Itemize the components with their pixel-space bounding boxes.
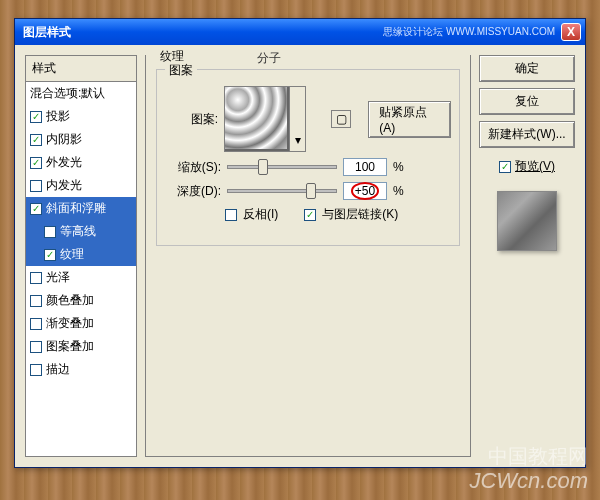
close-button[interactable]: X — [561, 23, 581, 41]
close-icon: X — [567, 25, 575, 39]
options-panel: 纹理 图案 分子 图案: ▾ ▢ 贴紧原点(A) 缩放(S): — [145, 55, 471, 457]
sidebar-item-label: 内发光 — [46, 177, 82, 194]
sidebar-item-label: 图案叠加 — [46, 338, 94, 355]
new-style-button[interactable]: 新建样式(W)... — [479, 121, 575, 148]
sidebar-checkbox[interactable] — [30, 180, 42, 192]
sidebar-item[interactable]: 颜色叠加 — [26, 289, 136, 312]
snap-origin-button[interactable]: 贴紧原点(A) — [368, 101, 451, 138]
sidebar-item-label: 内阴影 — [46, 131, 82, 148]
ok-button[interactable]: 确定 — [479, 55, 575, 82]
sidebar-item-label: 光泽 — [46, 269, 70, 286]
watermark-cn: 中国教程网 — [488, 443, 588, 470]
invert-checkbox[interactable] — [225, 209, 237, 221]
sidebar-checkbox[interactable] — [30, 134, 42, 146]
depth-label: 深度(D): — [165, 183, 221, 200]
new-preset-button[interactable]: ▢ — [331, 110, 350, 128]
pattern-dropdown[interactable]: ▾ — [290, 86, 306, 152]
pattern-label: 图案: — [165, 111, 218, 128]
sidebar-header: 样式 — [26, 56, 136, 82]
sidebar-item[interactable]: 光泽 — [26, 266, 136, 289]
sidebar-checkbox[interactable] — [44, 249, 56, 261]
sidebar-item[interactable]: 图案叠加 — [26, 335, 136, 358]
window-title: 图层样式 — [23, 24, 71, 41]
scale-input[interactable]: 100 — [343, 158, 387, 176]
invert-label: 反相(I) — [243, 206, 278, 223]
watermark-en: JCWcn.com — [469, 468, 588, 494]
sidebar-item-label: 等高线 — [60, 223, 96, 240]
sidebar-item-label: 混合选项:默认 — [30, 85, 105, 102]
sidebar-item-label: 投影 — [46, 108, 70, 125]
scale-slider[interactable] — [227, 165, 337, 169]
depth-input[interactable]: +50 — [343, 182, 387, 200]
styles-sidebar: 样式 混合选项:默认投影内阴影外发光内发光斜面和浮雕等高线纹理光泽颜色叠加渐变叠… — [25, 55, 137, 457]
sidebar-item[interactable]: 纹理 — [26, 243, 136, 266]
highlight-ellipse: +50 — [351, 182, 379, 200]
sidebar-item[interactable]: 描边 — [26, 358, 136, 381]
sidebar-item[interactable]: 投影 — [26, 105, 136, 128]
layer-style-dialog: 图层样式 思缘设计论坛 WWW.MISSYUAN.COM X 样式 混合选项:默… — [14, 18, 586, 468]
sidebar-checkbox[interactable] — [30, 364, 42, 376]
sidebar-item[interactable]: 混合选项:默认 — [26, 82, 136, 105]
right-column: 确定 复位 新建样式(W)... 预览(V) — [479, 55, 575, 457]
sidebar-checkbox[interactable] — [30, 203, 42, 215]
titlebar-watermark: 思缘设计论坛 WWW.MISSYUAN.COM — [383, 25, 555, 39]
sidebar-checkbox[interactable] — [30, 295, 42, 307]
scale-label: 缩放(S): — [165, 159, 221, 176]
sidebar-item-label: 纹理 — [60, 246, 84, 263]
preview-label: 预览(V) — [515, 158, 555, 175]
sidebar-item-label: 渐变叠加 — [46, 315, 94, 332]
sidebar-item[interactable]: 斜面和浮雕 — [26, 197, 136, 220]
sidebar-checkbox[interactable] — [30, 272, 42, 284]
titlebar[interactable]: 图层样式 思缘设计论坛 WWW.MISSYUAN.COM X — [15, 19, 585, 45]
sidebar-checkbox[interactable] — [30, 341, 42, 353]
link-label: 与图层链接(K) — [322, 206, 398, 223]
pattern-name-label: 分子 — [257, 50, 281, 67]
sidebar-item-label: 斜面和浮雕 — [46, 200, 106, 217]
preview-swatch — [497, 191, 557, 251]
sidebar-checkbox[interactable] — [44, 226, 56, 238]
depth-unit: % — [393, 184, 404, 198]
scale-unit: % — [393, 160, 404, 174]
pattern-swatch[interactable] — [224, 86, 290, 152]
sidebar-item[interactable]: 渐变叠加 — [26, 312, 136, 335]
sidebar-item[interactable]: 等高线 — [26, 220, 136, 243]
cancel-button[interactable]: 复位 — [479, 88, 575, 115]
sidebar-item-label: 外发光 — [46, 154, 82, 171]
link-checkbox[interactable] — [304, 209, 316, 221]
chevron-down-icon: ▾ — [295, 133, 301, 147]
pattern-group: 图案 分子 图案: ▾ ▢ 贴紧原点(A) 缩放(S): 100 — [156, 69, 460, 246]
sidebar-item-label: 描边 — [46, 361, 70, 378]
group-title: 图案 — [165, 62, 197, 79]
sidebar-item[interactable]: 内发光 — [26, 174, 136, 197]
slider-thumb[interactable] — [258, 159, 268, 175]
depth-slider[interactable] — [227, 189, 337, 193]
slider-thumb[interactable] — [306, 183, 316, 199]
sidebar-checkbox[interactable] — [30, 111, 42, 123]
sidebar-list: 混合选项:默认投影内阴影外发光内发光斜面和浮雕等高线纹理光泽颜色叠加渐变叠加图案… — [26, 82, 136, 381]
sidebar-item[interactable]: 外发光 — [26, 151, 136, 174]
preview-checkbox[interactable] — [499, 161, 511, 173]
sidebar-checkbox[interactable] — [30, 157, 42, 169]
sidebar-item-label: 颜色叠加 — [46, 292, 94, 309]
sidebar-item[interactable]: 内阴影 — [26, 128, 136, 151]
sidebar-checkbox[interactable] — [30, 318, 42, 330]
document-icon: ▢ — [336, 112, 347, 126]
